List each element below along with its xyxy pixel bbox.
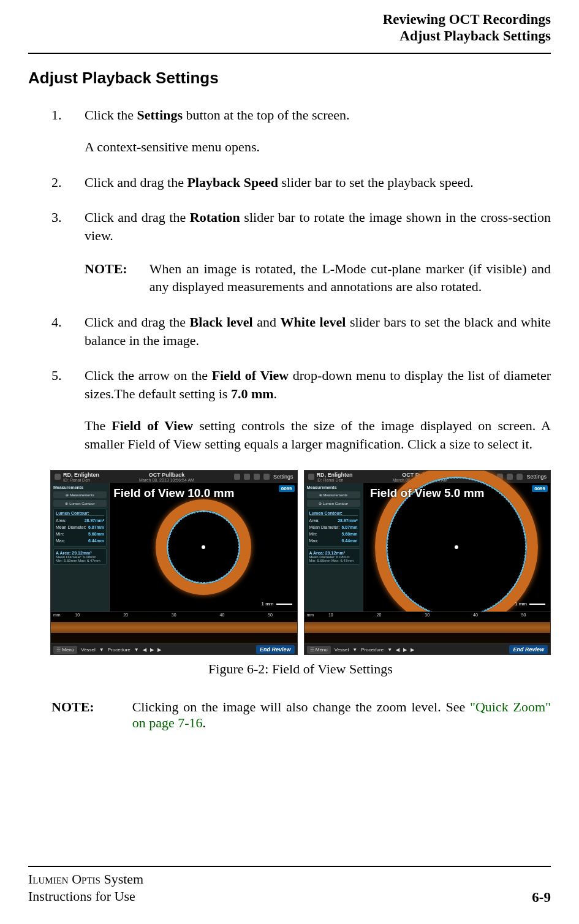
cross-section-view: 00991 mm: [110, 483, 297, 612]
measure-row: Max:6.44mm: [56, 537, 104, 544]
pullback-title: OCT Pullback: [139, 472, 194, 478]
step-number: 2.: [51, 173, 62, 192]
prev-icon: ◀: [143, 647, 146, 653]
catheter-center: [202, 545, 205, 549]
header-line-2: Adjust Playback Settings: [28, 28, 551, 44]
prev-icon: ◀: [396, 647, 399, 653]
step-text: Click and drag the Black level and White…: [85, 314, 551, 348]
play-icon: ▶: [150, 647, 154, 653]
meas-header: Measurements: [307, 485, 360, 490]
header-line-1: Reviewing OCT Recordings: [28, 11, 551, 28]
measurements-panel: Measurements⊕ Measurements⊕ Lumen Contou…: [305, 483, 363, 612]
note-label: NOTE:: [51, 699, 94, 731]
patient-id: ID: Renal Den: [63, 478, 99, 482]
step-item: 1.Click the Settings button at the top o…: [51, 106, 551, 156]
menu-button: ☰ Menu: [307, 646, 331, 654]
screenshot-bottombar: ☰ MenuVessel▼Procedure▼◀▶▶End Review: [51, 643, 297, 655]
end-review-button: End Review: [509, 645, 548, 654]
next-icon: ▶: [157, 647, 161, 653]
measurements-panel: Measurements⊕ Measurements⊕ Lumen Contou…: [51, 483, 110, 612]
meas-header: Measurements: [53, 485, 107, 490]
header-rule: [28, 53, 551, 54]
step-text: Click and drag the Rotation slider bar t…: [85, 210, 551, 243]
frame-badge: 0099: [532, 485, 548, 492]
frame-badge: 0099: [279, 485, 295, 492]
catheter-center: [455, 545, 458, 549]
figure-block: RD, EnlightenID: Renal DenOCT PullbackMa…: [50, 470, 551, 677]
lmode-ruler: 1020304050: [305, 612, 551, 618]
print-icon: [234, 474, 240, 480]
note-body: Clicking on the image will also change t…: [132, 699, 551, 731]
step-number: 1.: [51, 106, 62, 124]
page-number: 6-9: [532, 890, 551, 906]
lumen-header: Lumen Contour:: [309, 511, 358, 516]
save-icon: [254, 474, 260, 480]
dropdown-icon: ▼: [352, 647, 357, 653]
measure-row: Max:6.44mm: [309, 537, 358, 544]
play-icon: ▶: [403, 647, 407, 653]
lumen-tab: ⊕ Lumen Contour: [53, 500, 107, 507]
vessel-label: Vessel: [81, 647, 96, 653]
step-number: 4.: [51, 313, 62, 331]
settings-label: Settings: [273, 474, 293, 480]
step-note: NOTE:When an image is rotated, the L-Mod…: [85, 260, 551, 296]
step-number: 3.: [51, 208, 62, 227]
oct-screenshot: RD, EnlightenID: Renal DenOCT PullbackMa…: [304, 470, 551, 655]
step-after: The Field of View setting controls the s…: [85, 417, 551, 453]
cross-section-view: 00991 mm: [363, 483, 551, 612]
meas-tab: ⊕ Measurements: [53, 491, 107, 498]
step-text: Click the Settings button at the top of …: [85, 107, 350, 123]
oct-screenshot: RD, EnlightenID: Renal DenOCT PullbackMa…: [50, 470, 298, 655]
dropdown-icon: ▼: [99, 647, 104, 653]
measure-row: Area:28.97mm²: [56, 517, 104, 524]
step-item: 2.Click and drag the Playback Speed slid…: [51, 173, 551, 192]
step-after: A context-sensitive menu opens.: [85, 138, 551, 156]
footer-product: Ilumien Optis System Instructions for Us…: [28, 871, 143, 906]
footer-rule: [28, 866, 551, 867]
patient-id: ID: Renal Den: [317, 478, 353, 482]
measure-row: Mean Diameter:6.07mm: [56, 524, 104, 531]
next-icon: ▶: [411, 647, 414, 653]
post-figure-note: NOTE: Clicking on the image will also ch…: [51, 699, 551, 731]
procedure-label: Procedure: [361, 647, 384, 653]
back-icon: [308, 474, 314, 480]
procedure-label: Procedure: [108, 647, 131, 653]
area-header: A Area: 29.12mm²: [56, 551, 104, 555]
note-body: When an image is rotated, the L-Mode cut…: [149, 260, 551, 296]
lumen-tab: ⊕ Lumen Contour: [307, 500, 360, 507]
area-sub: Mean Diameter: 6.08mm Min: 5.69mm Max: 6…: [309, 555, 358, 562]
end-review-button: End Review: [256, 645, 295, 654]
l-mode-view: mm1020304050: [305, 612, 551, 643]
figure-caption: Figure 6-2: Field of View Settings: [50, 661, 551, 677]
page-footer: Ilumien Optis System Instructions for Us…: [28, 866, 551, 906]
screenshot-bottombar: ☰ MenuVessel▼Procedure▼◀▶▶End Review: [305, 643, 551, 655]
lumen-header: Lumen Contour:: [56, 511, 104, 516]
dropdown-icon: ▼: [387, 647, 392, 653]
measure-row: Min:5.68mm: [56, 531, 104, 537]
gear-icon: [263, 474, 270, 480]
area-sub: Mean Diameter: 6.08mm Min: 5.69mm Max: 6…: [56, 555, 104, 562]
l-mode-view: mm1020304050: [51, 612, 297, 643]
back-icon: [55, 474, 61, 480]
step-list: 1.Click the Settings button at the top o…: [51, 106, 551, 453]
measure-row: Min:5.68mm: [309, 531, 358, 537]
menu-button: ☰ Menu: [53, 646, 77, 654]
patient-name: RD, Enlighten: [317, 472, 353, 478]
step-number: 5.: [51, 366, 62, 385]
scale-bar: 1 mm: [262, 601, 292, 607]
meas-tab: ⊕ Measurements: [307, 491, 360, 498]
pullback-date: March 08, 2013 10:56:54 AM: [139, 478, 194, 482]
step-text: Click and drag the Playback Speed slider…: [85, 175, 474, 190]
settings-label: Settings: [526, 474, 547, 480]
lmode-ruler: 1020304050: [51, 612, 297, 618]
step-item: 4.Click and drag the Black level and Whi…: [51, 313, 551, 349]
measure-row: Mean Diameter:6.07mm: [309, 524, 358, 531]
section-title: Adjust Playback Settings: [28, 69, 551, 88]
dropdown-icon: ▼: [134, 647, 139, 653]
save-icon: [507, 474, 513, 480]
page-header: Reviewing OCT Recordings Adjust Playback…: [28, 11, 551, 44]
step-text: Click the arrow on the Field of View dro…: [85, 368, 551, 401]
screenshot-topbar: RD, EnlightenID: Renal DenOCT PullbackMa…: [51, 471, 297, 483]
measure-row: Area:28.97mm²: [309, 517, 358, 524]
note-label: NOTE:: [85, 260, 127, 296]
